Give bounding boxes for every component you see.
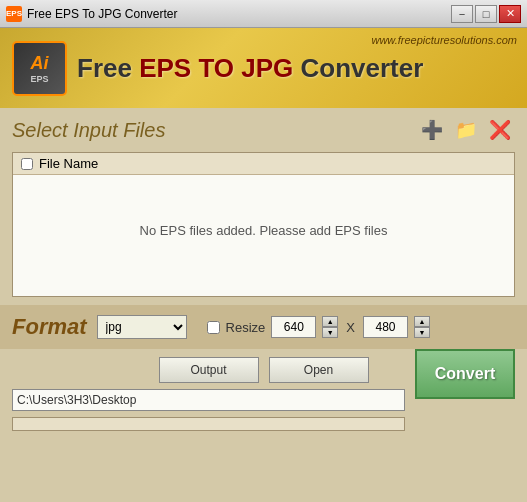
format-section: Format jpg png bmp gif tiff Resize ▲ ▼ X… [0,305,527,349]
x-separator: X [346,320,355,335]
folder-icon: 📁 [455,119,477,141]
format-select[interactable]: jpg png bmp gif tiff [97,315,187,339]
logo-ai-text: Ai [31,53,49,74]
bottom-row1: Output Open Convert [12,357,515,383]
header-banner: Ai EPS Free EPS TO JPG Converter www.fre… [0,28,527,108]
width-down-button[interactable]: ▼ [322,327,338,338]
logo-icon: Ai EPS [12,41,67,96]
select-section: Select Input Files ➕ 📁 ❌ [0,108,527,152]
logo-eps-text: EPS [30,74,48,84]
select-label: Select Input Files [12,119,165,142]
format-label: Format [12,314,87,340]
logo-area: Ai EPS Free EPS TO JPG Converter [12,41,423,96]
select-all-checkbox[interactable] [21,158,33,170]
title-bar-buttons: − □ ✕ [451,5,521,23]
height-up-button[interactable]: ▲ [414,316,430,327]
output-button[interactable]: Output [159,357,259,383]
delete-files-button[interactable]: ❌ [485,116,515,144]
width-input[interactable] [271,316,316,338]
minimize-button[interactable]: − [451,5,473,23]
add-icon: ➕ [421,119,443,141]
file-list-body: No EPS files added. Pleasse add EPS file… [13,175,514,285]
title-eps-to-jpg: EPS TO JPG [139,53,293,83]
bottom-section: Output Open Convert [0,349,527,439]
title-bar: EPS Free EPS To JPG Converter − □ ✕ [0,0,527,28]
open-folder-button[interactable]: 📁 [451,116,481,144]
header-title: Free EPS TO JPG Converter [77,53,423,84]
file-list-area: File Name No EPS files added. Pleasse ad… [12,152,515,297]
resize-area: Resize ▲ ▼ X ▲ ▼ [207,316,430,338]
file-list-header: File Name [13,153,514,175]
empty-message: No EPS files added. Pleasse add EPS file… [140,223,388,238]
resize-label: Resize [226,320,266,335]
progress-row [12,417,515,431]
website-text: www.freepicturesolutions.com [371,34,517,46]
column-filename: File Name [39,156,98,171]
toolbar-icons: ➕ 📁 ❌ [417,116,515,144]
resize-checkbox[interactable] [207,321,220,334]
height-down-button[interactable]: ▼ [414,327,430,338]
window-title: Free EPS To JPG Converter [27,7,178,21]
title-bar-left: EPS Free EPS To JPG Converter [6,6,178,22]
open-button[interactable]: Open [269,357,369,383]
title-converter: Converter [293,53,423,83]
main-content: Ai EPS Free EPS TO JPG Converter www.fre… [0,28,527,502]
delete-icon: ❌ [489,119,511,141]
width-spinner: ▲ ▼ [322,316,338,338]
height-spinner: ▲ ▼ [414,316,430,338]
convert-button[interactable]: Convert [415,349,515,399]
close-button[interactable]: ✕ [499,5,521,23]
output-path-input[interactable] [12,389,405,411]
height-input[interactable] [363,316,408,338]
maximize-button[interactable]: □ [475,5,497,23]
progress-bar-background [12,417,405,431]
add-file-button[interactable]: ➕ [417,116,447,144]
title-free: Free [77,53,139,83]
width-up-button[interactable]: ▲ [322,316,338,327]
app-icon: EPS [6,6,22,22]
